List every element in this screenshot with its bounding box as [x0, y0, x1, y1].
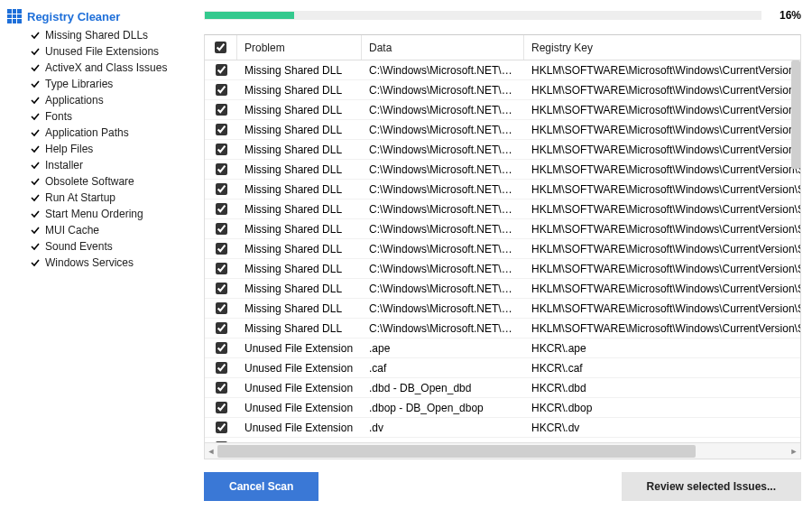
- row-checkbox[interactable]: [216, 342, 227, 354]
- row-checkbox[interactable]: [216, 64, 227, 76]
- row-checkbox[interactable]: [216, 84, 227, 96]
- table-row[interactable]: Missing Shared DLLC:\Windows\Microsoft.N…: [205, 299, 800, 319]
- row-checkbox[interactable]: [216, 243, 227, 255]
- row-checkbox-cell[interactable]: [205, 203, 237, 215]
- cell-data: C:\Windows\Microsoft.NET\Fra...: [362, 223, 524, 236]
- header-registry-key[interactable]: Registry Key: [524, 35, 800, 60]
- cell-registry-key: HKCR\.ape: [524, 342, 800, 355]
- cell-problem: Missing Shared DLL: [237, 64, 362, 77]
- sidebar-item[interactable]: Installer: [31, 157, 191, 173]
- row-checkbox[interactable]: [216, 223, 227, 235]
- cell-data: C:\Windows\Microsoft.NET\Fra...: [362, 163, 524, 176]
- row-checkbox[interactable]: [216, 322, 227, 334]
- row-checkbox[interactable]: [216, 163, 227, 175]
- vertical-scrollbar-thumb[interactable]: [791, 60, 800, 169]
- table-row[interactable]: Missing Shared DLLC:\Windows\Microsoft.N…: [205, 239, 800, 259]
- header-checkbox-cell[interactable]: [205, 35, 237, 60]
- header-problem[interactable]: Problem: [237, 35, 362, 60]
- table-row[interactable]: Missing Shared DLLC:\Windows\Microsoft.N…: [205, 120, 800, 140]
- row-checkbox-cell[interactable]: [205, 243, 237, 255]
- row-checkbox-cell[interactable]: [205, 402, 237, 413]
- row-checkbox-cell[interactable]: [205, 322, 237, 334]
- table-row[interactable]: Missing Shared DLLC:\Windows\Microsoft.N…: [205, 319, 800, 338]
- row-checkbox[interactable]: [216, 362, 227, 374]
- header-data[interactable]: Data: [362, 35, 524, 60]
- table-row[interactable]: Unused File Extension.dvHKCR\.dv: [205, 418, 800, 438]
- row-checkbox-cell[interactable]: [205, 263, 237, 274]
- row-checkbox-cell[interactable]: [205, 104, 237, 116]
- horizontal-scrollbar-thumb[interactable]: [217, 445, 696, 458]
- row-checkbox-cell[interactable]: [205, 144, 237, 155]
- sidebar-item[interactable]: Missing Shared DLLs: [31, 27, 191, 43]
- row-checkbox-cell[interactable]: [205, 422, 237, 433]
- row-checkbox-cell[interactable]: [205, 163, 237, 175]
- cancel-scan-button[interactable]: Cancel Scan: [204, 472, 318, 501]
- row-checkbox[interactable]: [216, 104, 227, 116]
- sidebar-item[interactable]: Applications: [31, 92, 191, 108]
- sidebar-item[interactable]: Sound Events: [31, 238, 191, 255]
- table-row[interactable]: Missing Shared DLLC:\Windows\Microsoft.N…: [205, 219, 800, 239]
- sidebar-title[interactable]: Registry Cleaner: [7, 9, 191, 23]
- sidebar-item[interactable]: Fonts: [31, 108, 191, 125]
- table-row[interactable]: Missing Shared DLLC:\Windows\Microsoft.N…: [205, 199, 800, 219]
- row-checkbox-cell[interactable]: [205, 124, 237, 135]
- row-checkbox-cell[interactable]: [205, 342, 237, 354]
- sidebar-item[interactable]: Run At Startup: [31, 190, 191, 206]
- check-icon: [31, 128, 40, 137]
- select-all-checkbox[interactable]: [215, 42, 226, 53]
- table-row[interactable]: Unused File Extension.dbd - DB_Open_dbdH…: [205, 378, 800, 398]
- cell-data: C:\Windows\Microsoft.NET\Fra...: [362, 283, 524, 295]
- sidebar-item[interactable]: Help Files: [31, 141, 191, 157]
- sidebar-item[interactable]: Obsolete Software: [31, 173, 191, 190]
- scroll-left-arrow-icon[interactable]: ◄: [205, 443, 217, 459]
- sidebar-item[interactable]: ActiveX and Class Issues: [31, 60, 191, 76]
- row-checkbox-cell[interactable]: [205, 64, 237, 76]
- row-checkbox[interactable]: [216, 283, 227, 294]
- table-row[interactable]: Missing Shared DLLC:\Windows\Microsoft.N…: [205, 279, 800, 299]
- results-table: Problem Data Registry Key Missing Shared…: [204, 34, 801, 459]
- row-checkbox[interactable]: [216, 302, 227, 314]
- table-body[interactable]: Missing Shared DLLC:\Windows\Microsoft.N…: [205, 60, 800, 442]
- table-row[interactable]: Missing Shared DLLC:\Windows\Microsoft.N…: [205, 140, 800, 160]
- sidebar-item[interactable]: Application Paths: [31, 125, 191, 141]
- horizontal-scrollbar[interactable]: ◄ ►: [205, 442, 800, 459]
- table-row[interactable]: Missing Shared DLLC:\Windows\Microsoft.N…: [205, 180, 800, 199]
- sidebar-item[interactable]: Windows Services: [31, 255, 191, 271]
- check-icon: [31, 226, 40, 235]
- table-row[interactable]: Missing Shared DLLC:\Windows\Microsoft.N…: [205, 259, 800, 279]
- table-row[interactable]: Missing Shared DLLC:\Windows\Microsoft.N…: [205, 80, 800, 100]
- row-checkbox-cell[interactable]: [205, 223, 237, 235]
- cell-registry-key: HKCR\.dv: [524, 422, 800, 434]
- row-checkbox-cell[interactable]: [205, 362, 237, 374]
- sidebar-item-label: Run At Startup: [45, 191, 115, 204]
- row-checkbox-cell[interactable]: [205, 382, 237, 394]
- row-checkbox[interactable]: [216, 203, 227, 215]
- sidebar-item[interactable]: Unused File Extensions: [31, 43, 191, 60]
- review-issues-button[interactable]: Review selected Issues...: [622, 472, 801, 501]
- sidebar-item[interactable]: Type Libraries: [31, 76, 191, 92]
- row-checkbox[interactable]: [216, 263, 227, 274]
- table-row[interactable]: Unused File Extension.apeHKCR\.ape: [205, 338, 800, 358]
- sidebar-item[interactable]: Start Menu Ordering: [31, 206, 191, 222]
- table-row[interactable]: Missing Shared DLLC:\Windows\Microsoft.N…: [205, 160, 800, 180]
- row-checkbox[interactable]: [216, 144, 227, 155]
- row-checkbox-cell[interactable]: [205, 84, 237, 96]
- sidebar-item[interactable]: MUI Cache: [31, 222, 191, 238]
- scroll-right-arrow-icon[interactable]: ►: [788, 443, 800, 459]
- row-checkbox-cell[interactable]: [205, 183, 237, 195]
- cell-problem: Unused File Extension: [237, 382, 362, 394]
- row-checkbox-cell[interactable]: [205, 283, 237, 294]
- row-checkbox[interactable]: [216, 402, 227, 413]
- check-icon: [31, 96, 40, 105]
- table-row[interactable]: Missing Shared DLLC:\Windows\Microsoft.N…: [205, 60, 800, 80]
- table-row[interactable]: Unused File Extension.cafHKCR\.caf: [205, 358, 800, 378]
- cell-problem: Missing Shared DLL: [237, 322, 362, 335]
- row-checkbox[interactable]: [216, 124, 227, 135]
- table-row[interactable]: Missing Shared DLLC:\Windows\Microsoft.N…: [205, 100, 800, 120]
- row-checkbox[interactable]: [216, 422, 227, 433]
- cell-problem: Missing Shared DLL: [237, 283, 362, 295]
- row-checkbox[interactable]: [216, 382, 227, 394]
- row-checkbox[interactable]: [216, 183, 227, 195]
- row-checkbox-cell[interactable]: [205, 302, 237, 314]
- table-row[interactable]: Unused File Extension.dbop - DB_Open_dbo…: [205, 398, 800, 418]
